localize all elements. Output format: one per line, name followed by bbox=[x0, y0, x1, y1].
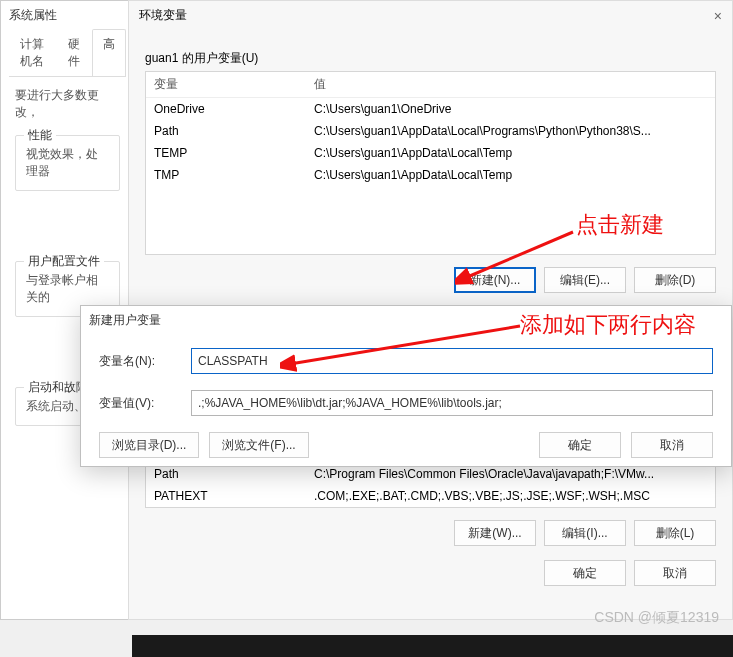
new-user-variable-dialog: 新建用户变量 变量名(N): 变量值(V): 浏览目录(D)... 浏览文件(F… bbox=[80, 305, 732, 467]
dialog-title-bar: 新建用户变量 bbox=[81, 306, 731, 334]
th-value: 值 bbox=[314, 76, 707, 93]
delete-user-var-button[interactable]: 删除(D) bbox=[634, 267, 716, 293]
close-icon[interactable]: × bbox=[714, 8, 722, 24]
delete-system-var-button[interactable]: 删除(L) bbox=[634, 520, 716, 546]
var-value-input[interactable] bbox=[191, 390, 713, 416]
sysprops-note: 要进行大多数更改， bbox=[15, 87, 120, 121]
env-cancel-button[interactable]: 取消 bbox=[634, 560, 716, 586]
table-row[interactable]: PATHEXT.COM;.EXE;.BAT;.CMD;.VBS;.VBE;.JS… bbox=[146, 485, 715, 507]
var-name-input[interactable] bbox=[191, 348, 713, 374]
dialog-title: 新建用户变量 bbox=[89, 312, 161, 329]
user-vars-label: guan1 的用户变量(U) bbox=[145, 50, 716, 67]
table-row[interactable]: PathC:\Users\guan1\AppData\Local\Program… bbox=[146, 120, 715, 142]
table-row[interactable]: TMPC:\Users\guan1\AppData\Local\Temp bbox=[146, 164, 715, 186]
dialog-cancel-button[interactable]: 取消 bbox=[631, 432, 713, 458]
table-row[interactable]: OneDriveC:\Users\guan1\OneDrive bbox=[146, 98, 715, 120]
watermark: CSDN @倾夏12319 bbox=[594, 609, 719, 627]
env-title-bar: 环境变量 × bbox=[129, 1, 732, 30]
var-name-label: 变量名(N): bbox=[99, 353, 179, 370]
th-variable: 变量 bbox=[154, 76, 314, 93]
sysprops-title: 系统属性 bbox=[9, 7, 57, 24]
group-performance: 性能 视觉效果，处理器 bbox=[15, 135, 120, 191]
new-system-var-button[interactable]: 新建(W)... bbox=[454, 520, 536, 546]
browse-file-button[interactable]: 浏览文件(F)... bbox=[209, 432, 309, 458]
var-value-label: 变量值(V): bbox=[99, 395, 179, 412]
tab-advanced[interactable]: 高 bbox=[92, 29, 126, 76]
user-vars-buttons: 新建(N)... 编辑(E)... 删除(D) bbox=[145, 267, 716, 293]
tab-hardware[interactable]: 硬件 bbox=[57, 29, 92, 76]
perf-desc: 视觉效果，处理器 bbox=[26, 146, 109, 180]
browse-directory-button[interactable]: 浏览目录(D)... bbox=[99, 432, 199, 458]
sysprops-tabs: 计算机名 硬件 高 bbox=[9, 29, 126, 77]
table-row[interactable]: TEMPC:\Users\guan1\AppData\Local\Temp bbox=[146, 142, 715, 164]
new-user-var-button[interactable]: 新建(N)... bbox=[454, 267, 536, 293]
system-vars-table[interactable]: PathC:\Program Files\Common Files\Oracle… bbox=[145, 463, 716, 508]
system-vars-buttons: 新建(W)... 编辑(I)... 删除(L) bbox=[145, 520, 716, 546]
bottom-strip bbox=[132, 635, 733, 657]
edit-user-var-button[interactable]: 编辑(E)... bbox=[544, 267, 626, 293]
dialog-ok-button[interactable]: 确定 bbox=[539, 432, 621, 458]
edit-system-var-button[interactable]: 编辑(I)... bbox=[544, 520, 626, 546]
env-dialog-buttons: 确定 取消 bbox=[145, 560, 716, 586]
env-title: 环境变量 bbox=[139, 7, 187, 24]
sysprops-title-bar: 系统属性 bbox=[1, 1, 134, 29]
env-ok-button[interactable]: 确定 bbox=[544, 560, 626, 586]
user-vars-table[interactable]: 变量 值 OneDriveC:\Users\guan1\OneDrive Pat… bbox=[145, 71, 716, 255]
tab-computer-name[interactable]: 计算机名 bbox=[9, 29, 57, 76]
table-header: 变量 值 bbox=[146, 72, 715, 98]
group-profile-title: 用户配置文件 bbox=[24, 253, 104, 270]
group-performance-title: 性能 bbox=[24, 127, 56, 144]
profile-desc: 与登录帐户相关的 bbox=[26, 272, 109, 306]
